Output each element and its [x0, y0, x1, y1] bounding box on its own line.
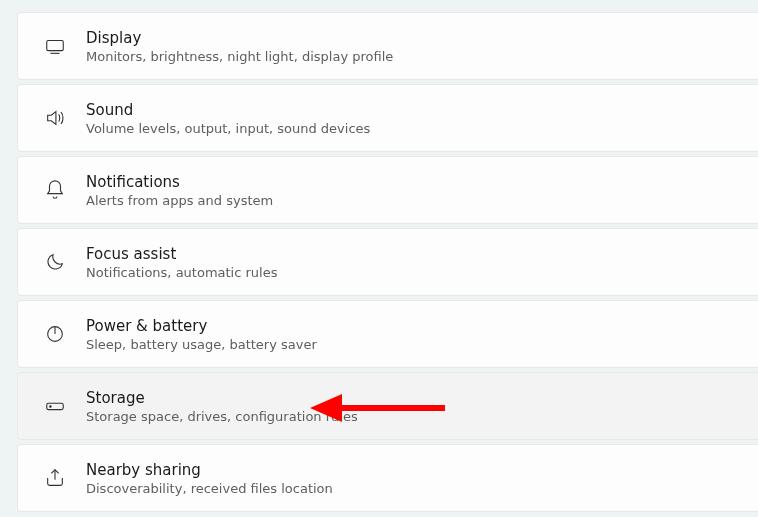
svg-point-5	[50, 406, 51, 407]
setting-item-description: Monitors, brightness, night light, displ…	[86, 49, 740, 64]
power-icon	[32, 323, 78, 345]
setting-item-text: Storage Storage space, drives, configura…	[78, 389, 740, 424]
setting-item-description: Volume levels, output, input, sound devi…	[86, 121, 740, 136]
setting-item-nearby-sharing[interactable]: Nearby sharing Discoverability, received…	[17, 444, 758, 512]
setting-item-focus-assist[interactable]: Focus assist Notifications, automatic ru…	[17, 228, 758, 296]
setting-item-text: Display Monitors, brightness, night ligh…	[78, 29, 740, 64]
setting-item-display[interactable]: Display Monitors, brightness, night ligh…	[17, 12, 758, 80]
bell-icon	[32, 179, 78, 201]
moon-icon	[32, 251, 78, 273]
display-icon	[32, 35, 78, 57]
setting-item-title: Display	[86, 29, 740, 47]
share-icon	[32, 467, 78, 489]
setting-item-power-battery[interactable]: Power & battery Sleep, battery usage, ba…	[17, 300, 758, 368]
setting-item-description: Sleep, battery usage, battery saver	[86, 337, 740, 352]
setting-item-text: Focus assist Notifications, automatic ru…	[78, 245, 740, 280]
drive-icon	[32, 395, 78, 417]
setting-item-storage[interactable]: Storage Storage space, drives, configura…	[17, 372, 758, 440]
setting-item-title: Storage	[86, 389, 740, 407]
setting-item-description: Storage space, drives, configuration rul…	[86, 409, 740, 424]
setting-item-sound[interactable]: Sound Volume levels, output, input, soun…	[17, 84, 758, 152]
setting-item-description: Alerts from apps and system	[86, 193, 740, 208]
setting-item-title: Focus assist	[86, 245, 740, 263]
setting-item-title: Nearby sharing	[86, 461, 740, 479]
setting-item-description: Discoverability, received files location	[86, 481, 740, 496]
setting-item-text: Power & battery Sleep, battery usage, ba…	[78, 317, 740, 352]
setting-item-text: Notifications Alerts from apps and syste…	[78, 173, 740, 208]
setting-item-notifications[interactable]: Notifications Alerts from apps and syste…	[17, 156, 758, 224]
svg-rect-0	[47, 41, 64, 51]
setting-item-title: Sound	[86, 101, 740, 119]
setting-item-description: Notifications, automatic rules	[86, 265, 740, 280]
setting-item-title: Notifications	[86, 173, 740, 191]
setting-item-text: Sound Volume levels, output, input, soun…	[78, 101, 740, 136]
sound-icon	[32, 107, 78, 129]
setting-item-text: Nearby sharing Discoverability, received…	[78, 461, 740, 496]
setting-item-title: Power & battery	[86, 317, 740, 335]
system-settings-list: Display Monitors, brightness, night ligh…	[0, 0, 758, 517]
